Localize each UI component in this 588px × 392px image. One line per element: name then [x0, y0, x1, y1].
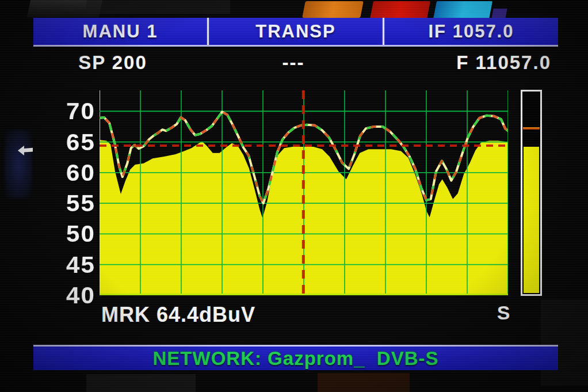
y-axis-tick-label: 60 [35, 159, 96, 186]
y-axis-tick-label: 70 [35, 98, 96, 124]
header-cell-mode: MANU 1 [33, 21, 207, 42]
signal-peak-marker [523, 127, 540, 130]
mode-indicator: S [490, 302, 517, 324]
video-artifact-cyan [433, 1, 492, 19]
header-cell-if-frequency: IF 1057.0 [384, 21, 558, 42]
video-artifact-orange [302, 1, 364, 18]
network-bar: NETWORK: Gazprom_ DVB-S [33, 345, 558, 370]
video-artifact-gray [541, 299, 588, 386]
marker-level-readout: MRK 64.4dBuV [101, 303, 255, 327]
video-artifact-gray [27, 0, 102, 17]
video-artifact-gray [86, 0, 230, 14]
network-label: NETWORK: Gazprom_ DVB-S [152, 348, 438, 369]
video-artifact-glow [5, 130, 32, 199]
signal-level-fill [524, 147, 539, 293]
transponder-readout: --- [259, 52, 328, 74]
spectrum-plot [100, 90, 508, 295]
y-axis-labels: 70656055504540 [38, 90, 96, 295]
video-artifact-purple [491, 9, 507, 18]
spectrum-chart [100, 90, 508, 295]
video-artifact-brown [318, 373, 410, 392]
y-axis-tick-label: 45 [35, 252, 96, 278]
span-readout: SP 200 [55, 52, 170, 74]
y-axis-tick-label: 50 [35, 220, 96, 247]
video-artifact-gray [86, 374, 196, 392]
y-axis-tick-label: 55 [35, 190, 96, 216]
y-axis-tick-label: 40 [35, 282, 96, 309]
y-axis-tick-label: 65 [35, 129, 96, 155]
header-bar: MANU 1 TRANSP IF 1057.0 [33, 18, 558, 47]
header-cell-transp: TRANSP [209, 21, 383, 42]
video-artifact-red [370, 1, 430, 19]
frequency-readout: F 11057.0 [420, 52, 551, 74]
signal-level-bar [521, 90, 542, 296]
meter-screen: MANU 1 TRANSP IF 1057.0 SP 200 --- F 110… [0, 0, 588, 392]
arrow-cursor-icon [18, 146, 33, 155]
